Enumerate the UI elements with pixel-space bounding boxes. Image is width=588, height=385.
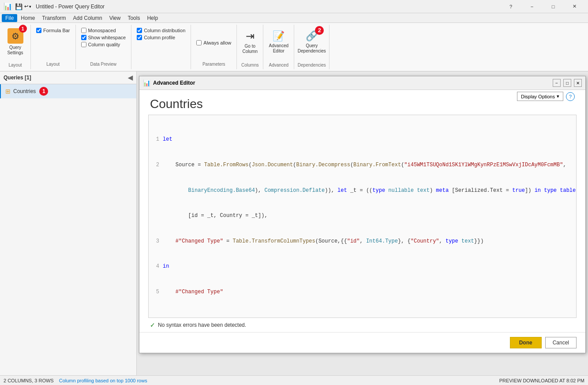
done-button[interactable]: Done (510, 337, 542, 348)
code-line-2c: [id = _t, Country = _t]), (150, 212, 573, 220)
modal-maximize-button[interactable]: □ (563, 79, 571, 87)
monospaced-label[interactable]: Monospaced (81, 27, 126, 34)
help-circle-button[interactable]: ? (566, 92, 575, 101)
columns-label: Columns (241, 63, 258, 67)
check-icon: ✓ (150, 321, 155, 329)
status-bar: 2 COLUMNS, 3 ROWS Column profiling based… (0, 375, 588, 385)
sidebar: Queries [1] ◀ ⊞ Countries 1 (0, 71, 137, 375)
maximize-button[interactable]: □ (543, 0, 563, 13)
modal-minimize-button[interactable]: − (553, 79, 561, 87)
code-line-2: 2 Source = Table.FromRows(Json.Document(… (150, 161, 573, 169)
sidebar-header: Queries [1] ◀ (0, 71, 136, 84)
badge-1: 1 (19, 25, 27, 33)
column-distribution-checkbox[interactable] (137, 28, 142, 33)
app-icon: 📊 (4, 2, 12, 11)
help-button[interactable]: ? (501, 0, 521, 13)
badge-1-sidebar: 1 (39, 87, 48, 96)
menu-transform[interactable]: Transform (38, 14, 69, 22)
advanced-label: Advanced (269, 63, 288, 67)
ribbon-group-query-settings: ⚙ 1 QuerySettings Layout (0, 25, 31, 69)
column-profile-checkbox[interactable] (137, 35, 142, 40)
query-settings-label: QuerySettings (7, 45, 23, 56)
query-dependencies-button[interactable]: 🔗 2 QueryDependencies (296, 26, 328, 57)
go-to-column-icon: ⇥ (246, 30, 255, 42)
query-settings-button[interactable]: ⚙ 1 QuerySettings (4, 26, 27, 57)
always-allow-checkbox[interactable] (196, 40, 202, 45)
query-item-countries[interactable]: ⊞ Countries 1 (0, 84, 136, 98)
menu-tools[interactable]: Tools (124, 14, 143, 22)
column-distribution-label[interactable]: Column distribution (137, 27, 185, 34)
profiling-text: Column profiling based on top 1000 rows (59, 378, 147, 383)
modal-power-bi-icon: 📊 (143, 79, 150, 86)
go-to-column-label: Go toColumn (243, 44, 258, 54)
formula-bar-col: Formula Bar (36, 27, 70, 34)
modal-footer: Done Cancel (139, 332, 585, 353)
code-line-2b: BinaryEncoding.Base64), Compression.Defl… (150, 187, 573, 195)
go-to-column-button[interactable]: ⇥ Go toColumn (239, 26, 262, 57)
col-options-col: Column distribution Column profile (137, 27, 185, 41)
formula-bar-label[interactable]: Formula Bar (36, 27, 70, 34)
query-name: Countries (13, 88, 36, 94)
ribbon-group-parameters: Always allow Parameters (191, 25, 237, 69)
monospaced-checkbox[interactable] (81, 28, 86, 33)
content-area: 📊 Advanced Editor − □ ✕ Countries Displa… (137, 71, 588, 375)
preview-time-text: PREVIEW DOWNLOADED AT 8:02 PM (499, 378, 584, 383)
menu-help[interactable]: Help (143, 14, 161, 22)
display-options-button[interactable]: Display Options ▾ (517, 92, 563, 101)
column-quality-checkbox[interactable] (81, 42, 86, 47)
modal-status-bar: ✓ No syntax errors have been detected. (139, 318, 585, 332)
quick-access: 💾 (15, 3, 22, 10)
display-options-label: Display Options (521, 94, 555, 99)
no-errors-text: No syntax errors have been detected. (158, 322, 246, 328)
modal-toolbar: Display Options ▾ ? (506, 90, 585, 103)
modal-close-button[interactable]: ✕ (574, 79, 582, 87)
modal-title: Advanced Editor (153, 80, 550, 86)
ribbon-group-col-options: Column distribution Column profile (131, 25, 191, 69)
code-line-1: 1 let (150, 135, 573, 144)
menu-add-column[interactable]: Add Column (70, 14, 106, 22)
table-icon: ⊞ (5, 88, 11, 95)
minimize-button[interactable]: − (522, 0, 542, 13)
formula-bar-checkbox[interactable] (36, 28, 41, 33)
sidebar-collapse-button[interactable]: ◀ (128, 74, 133, 81)
ribbon-group-columns: ⇥ Go toColumn Columns (237, 25, 263, 69)
title-bar: 📊 💾 ↩ ▾ Untitled - Power Query Editor ? … (0, 0, 588, 13)
code-editor[interactable]: 1 let 2 Source = Table.FromRows(Json.Doc… (148, 115, 577, 318)
advanced-editor-icon: 📝 (273, 30, 285, 42)
ribbon: ⚙ 1 QuerySettings Layout Formula Bar Lay… (0, 23, 588, 71)
status-right: PREVIEW DOWNLOADED AT 8:02 PM (499, 378, 584, 383)
undo-icon: ↩ (24, 4, 28, 9)
modal-body: Countries Display Options ▾ ? 1 let (139, 90, 585, 353)
modal-query-title: Countries (139, 90, 213, 115)
modal-titlebar: 📊 Advanced Editor − □ ✕ (139, 76, 585, 90)
column-quality-label[interactable]: Column quality (81, 41, 126, 48)
title-text: Untitled - Power Query Editor (36, 4, 501, 10)
show-whitespace-checkbox[interactable] (81, 35, 86, 40)
status-left: 2 COLUMNS, 3 ROWS Column profiling based… (4, 378, 494, 383)
ribbon-group-dependencies: 🔗 2 QueryDependencies Dependencies (294, 25, 330, 69)
data-preview-label2 (161, 62, 162, 67)
ribbon-group-data-preview: Monospaced Show whitespace Column qualit… (76, 25, 132, 69)
data-preview-col: Monospaced Show whitespace Column qualit… (81, 27, 126, 48)
column-profile-label[interactable]: Column profile (137, 34, 185, 41)
code-line-5: 5 #"Changed Type" (150, 288, 573, 296)
advanced-editor-label: AdvancedEditor (269, 43, 288, 54)
menu-home[interactable]: Home (17, 14, 38, 22)
query-dependencies-label: QueryDependencies (298, 43, 326, 54)
ribbon-group-advanced: 📝 AdvancedEditor Advanced (263, 25, 294, 69)
cancel-button[interactable]: Cancel (545, 337, 577, 348)
always-allow-label[interactable]: Always allow (196, 40, 231, 46)
code-content: 1 let 2 Source = Table.FromRows(Json.Doc… (149, 115, 576, 317)
advanced-editor-button[interactable]: 📝 AdvancedEditor (267, 26, 290, 57)
menu-view[interactable]: View (106, 14, 124, 22)
menu-file[interactable]: File (2, 14, 17, 22)
advanced-editor-modal: 📊 Advanced Editor − □ ✕ Countries Displa… (139, 76, 586, 353)
show-whitespace-label[interactable]: Show whitespace (81, 34, 126, 41)
ribbon-group-layout: Formula Bar Layout (31, 25, 76, 69)
close-button[interactable]: ✕ (564, 0, 584, 13)
main-area: Queries [1] ◀ ⊞ Countries 1 📊 Advanced E… (0, 71, 588, 375)
layout-label: Layout (46, 62, 60, 67)
dependencies-label: Dependencies (298, 63, 326, 67)
dropdown-icon[interactable]: ▾ (29, 4, 31, 9)
menu-bar: File Home Transform Add Column View Tool… (0, 13, 588, 23)
